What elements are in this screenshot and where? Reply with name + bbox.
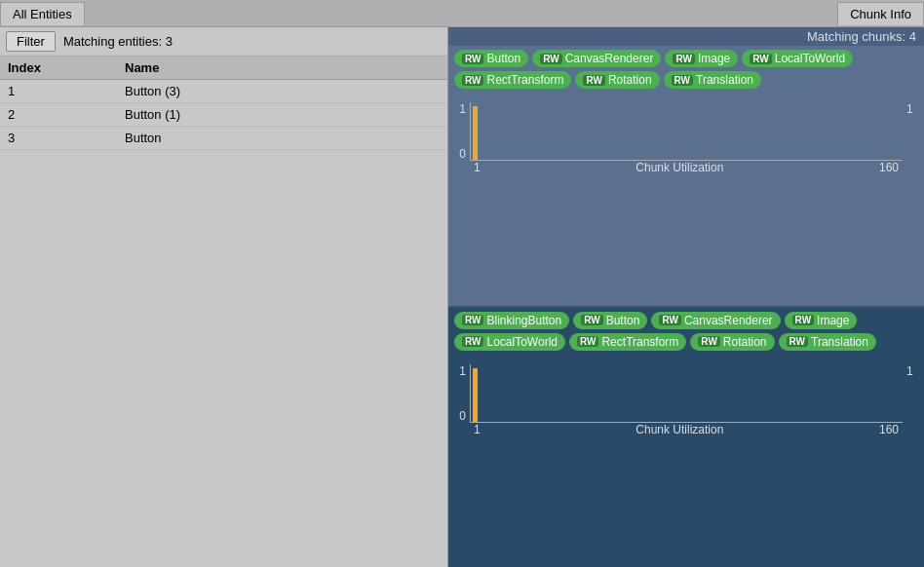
tag-rotation[interactable]: RWRotation	[575, 71, 659, 89]
chunk2-y-labels-right: 1	[903, 364, 916, 423]
chunk1-bar-area	[470, 102, 903, 161]
cell-name: Button (1)	[117, 105, 447, 124]
rw-badge: RW	[583, 75, 604, 86]
tag-canvasrenderer[interactable]: RWCanvasRenderer	[532, 50, 661, 67]
cell-index: 1	[0, 82, 117, 100]
chunk2-x-labels: 1 Chunk Utilization 160	[456, 423, 916, 436]
rw-badge: RW	[659, 315, 680, 325]
cell-index: 2	[0, 105, 117, 124]
tab-all-entities[interactable]: All Entities	[0, 2, 85, 25]
filter-button[interactable]: Filter	[6, 31, 56, 52]
tag-localtoworld[interactable]: RWLocalToWorld	[454, 333, 565, 351]
table-header: Index Name	[0, 57, 447, 80]
rw-badge: RW	[462, 336, 483, 347]
top-header: All Entities Chunk Info	[0, 0, 924, 27]
chunk1-x-labels: 1 Chunk Utilization 160	[456, 161, 916, 174]
tag-canvasrenderer[interactable]: RWCanvasRenderer	[651, 312, 780, 329]
rw-badge: RW	[462, 315, 483, 325]
chunk2-bar-area	[470, 364, 903, 423]
cell-name: Button	[117, 129, 447, 147]
table-row[interactable]: 1 Button (3)	[0, 80, 447, 103]
chunk1-y-labels-left: 1 0	[456, 102, 470, 161]
col-header-name: Name	[117, 58, 447, 77]
rw-badge: RW	[577, 336, 598, 347]
filter-row: Filter Matching entities: 3	[0, 27, 447, 57]
chunk2-tags: RWBlinkingButtonRWButtonRWCanvasRenderer…	[448, 308, 924, 355]
rw-badge: RW	[462, 54, 483, 64]
cell-index: 3	[0, 129, 117, 147]
tag-translation[interactable]: RWTranslation	[664, 71, 761, 89]
chunk1-y-labels-right: 1	[903, 102, 916, 161]
tag-recttransform[interactable]: RWRectTransform	[569, 333, 686, 351]
tag-image[interactable]: RWImage	[785, 312, 858, 329]
tag-blinkingbutton[interactable]: RWBlinkingButton	[454, 312, 569, 329]
left-panel: Filter Matching entities: 3 Index Name 1…	[0, 27, 448, 567]
col-header-index: Index	[0, 58, 117, 77]
tag-image[interactable]: RWImage	[665, 50, 738, 67]
chunk2-bar	[473, 368, 478, 422]
rw-badge: RW	[787, 336, 808, 347]
rw-badge: RW	[750, 54, 771, 64]
tag-rotation[interactable]: RWRotation	[690, 333, 774, 351]
chunk2-y-labels-left: 1 0	[456, 364, 470, 423]
matching-chunks-label: Matching chunks: 4	[448, 27, 924, 46]
rw-badge: RW	[462, 75, 483, 86]
entity-table: Index Name 1 Button (3) 2 Button (1) 3 B…	[0, 57, 447, 567]
table-row[interactable]: 2 Button (1)	[0, 103, 447, 127]
tag-button[interactable]: RWButton	[573, 312, 647, 329]
tab-chunk-info[interactable]: Chunk Info	[837, 2, 924, 25]
chunk1-bar	[473, 106, 478, 160]
tag-button[interactable]: RWButton	[454, 50, 528, 67]
chunk-section-1[interactable]: RWButtonRWCanvasRendererRWImageRWLocalTo…	[448, 46, 924, 308]
tag-recttransform[interactable]: RWRectTransform	[454, 71, 571, 89]
right-panel: Matching chunks: 4 RWButtonRWCanvasRende…	[448, 27, 924, 567]
chunk-section-2[interactable]: RWBlinkingButtonRWButtonRWCanvasRenderer…	[448, 308, 924, 568]
chunk1-tags: RWButtonRWCanvasRendererRWImageRWLocalTo…	[448, 46, 924, 93]
main-content: Filter Matching entities: 3 Index Name 1…	[0, 27, 924, 567]
rw-badge: RW	[581, 315, 602, 325]
cell-name: Button (3)	[117, 82, 447, 100]
table-row[interactable]: 3 Button	[0, 127, 447, 150]
matching-entities-label: Matching entities: 3	[63, 34, 173, 49]
tag-localtoworld[interactable]: RWLocalToWorld	[742, 50, 853, 67]
tag-translation[interactable]: RWTranslation	[779, 333, 876, 351]
rw-badge: RW	[698, 336, 719, 347]
rw-badge: RW	[672, 75, 693, 86]
rw-badge: RW	[673, 54, 694, 64]
rw-badge: RW	[792, 315, 814, 325]
rw-badge: RW	[540, 54, 561, 64]
